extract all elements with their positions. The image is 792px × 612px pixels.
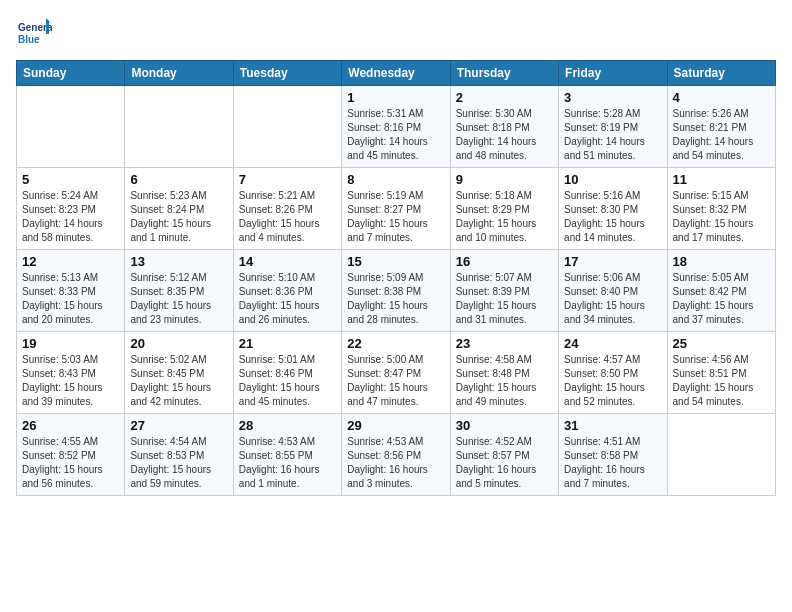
- calendar-cell: 1Sunrise: 5:31 AMSunset: 8:16 PMDaylight…: [342, 86, 450, 168]
- col-header-sunday: Sunday: [17, 61, 125, 86]
- calendar-cell: 10Sunrise: 5:16 AMSunset: 8:30 PMDayligh…: [559, 168, 667, 250]
- day-number: 30: [456, 418, 553, 433]
- day-number: 16: [456, 254, 553, 269]
- logo: General Blue: [16, 16, 52, 52]
- calendar-cell: 31Sunrise: 4:51 AMSunset: 8:58 PMDayligh…: [559, 414, 667, 496]
- day-number: 6: [130, 172, 227, 187]
- day-info: Sunrise: 5:09 AMSunset: 8:38 PMDaylight:…: [347, 271, 444, 327]
- calendar-cell: 17Sunrise: 5:06 AMSunset: 8:40 PMDayligh…: [559, 250, 667, 332]
- day-number: 1: [347, 90, 444, 105]
- calendar-cell: 5Sunrise: 5:24 AMSunset: 8:23 PMDaylight…: [17, 168, 125, 250]
- day-info: Sunrise: 5:12 AMSunset: 8:35 PMDaylight:…: [130, 271, 227, 327]
- day-number: 10: [564, 172, 661, 187]
- col-header-monday: Monday: [125, 61, 233, 86]
- day-number: 23: [456, 336, 553, 351]
- day-number: 19: [22, 336, 119, 351]
- week-row-2: 5Sunrise: 5:24 AMSunset: 8:23 PMDaylight…: [17, 168, 776, 250]
- day-number: 2: [456, 90, 553, 105]
- calendar-cell: 25Sunrise: 4:56 AMSunset: 8:51 PMDayligh…: [667, 332, 775, 414]
- week-row-3: 12Sunrise: 5:13 AMSunset: 8:33 PMDayligh…: [17, 250, 776, 332]
- day-info: Sunrise: 4:57 AMSunset: 8:50 PMDaylight:…: [564, 353, 661, 409]
- day-info: Sunrise: 5:26 AMSunset: 8:21 PMDaylight:…: [673, 107, 770, 163]
- day-number: 8: [347, 172, 444, 187]
- day-number: 11: [673, 172, 770, 187]
- day-number: 27: [130, 418, 227, 433]
- calendar-cell: 7Sunrise: 5:21 AMSunset: 8:26 PMDaylight…: [233, 168, 341, 250]
- calendar-table: SundayMondayTuesdayWednesdayThursdayFrid…: [16, 60, 776, 496]
- day-number: 25: [673, 336, 770, 351]
- day-number: 14: [239, 254, 336, 269]
- calendar-cell: [667, 414, 775, 496]
- day-info: Sunrise: 4:53 AMSunset: 8:55 PMDaylight:…: [239, 435, 336, 491]
- calendar-cell: [233, 86, 341, 168]
- calendar-cell: 19Sunrise: 5:03 AMSunset: 8:43 PMDayligh…: [17, 332, 125, 414]
- day-info: Sunrise: 5:00 AMSunset: 8:47 PMDaylight:…: [347, 353, 444, 409]
- calendar-cell: 8Sunrise: 5:19 AMSunset: 8:27 PMDaylight…: [342, 168, 450, 250]
- day-info: Sunrise: 5:03 AMSunset: 8:43 PMDaylight:…: [22, 353, 119, 409]
- day-number: 12: [22, 254, 119, 269]
- day-info: Sunrise: 5:28 AMSunset: 8:19 PMDaylight:…: [564, 107, 661, 163]
- calendar-cell: 3Sunrise: 5:28 AMSunset: 8:19 PMDaylight…: [559, 86, 667, 168]
- day-number: 31: [564, 418, 661, 433]
- calendar-cell: 9Sunrise: 5:18 AMSunset: 8:29 PMDaylight…: [450, 168, 558, 250]
- week-row-4: 19Sunrise: 5:03 AMSunset: 8:43 PMDayligh…: [17, 332, 776, 414]
- day-info: Sunrise: 4:56 AMSunset: 8:51 PMDaylight:…: [673, 353, 770, 409]
- calendar-cell: 13Sunrise: 5:12 AMSunset: 8:35 PMDayligh…: [125, 250, 233, 332]
- header-row: SundayMondayTuesdayWednesdayThursdayFrid…: [17, 61, 776, 86]
- col-header-thursday: Thursday: [450, 61, 558, 86]
- calendar-cell: 26Sunrise: 4:55 AMSunset: 8:52 PMDayligh…: [17, 414, 125, 496]
- day-number: 21: [239, 336, 336, 351]
- calendar-cell: [125, 86, 233, 168]
- day-number: 4: [673, 90, 770, 105]
- col-header-saturday: Saturday: [667, 61, 775, 86]
- day-number: 20: [130, 336, 227, 351]
- day-number: 29: [347, 418, 444, 433]
- week-row-5: 26Sunrise: 4:55 AMSunset: 8:52 PMDayligh…: [17, 414, 776, 496]
- day-number: 13: [130, 254, 227, 269]
- calendar-cell: 12Sunrise: 5:13 AMSunset: 8:33 PMDayligh…: [17, 250, 125, 332]
- day-info: Sunrise: 4:53 AMSunset: 8:56 PMDaylight:…: [347, 435, 444, 491]
- col-header-friday: Friday: [559, 61, 667, 86]
- calendar-cell: 4Sunrise: 5:26 AMSunset: 8:21 PMDaylight…: [667, 86, 775, 168]
- day-number: 26: [22, 418, 119, 433]
- col-header-tuesday: Tuesday: [233, 61, 341, 86]
- day-number: 17: [564, 254, 661, 269]
- day-number: 28: [239, 418, 336, 433]
- calendar-cell: 21Sunrise: 5:01 AMSunset: 8:46 PMDayligh…: [233, 332, 341, 414]
- col-header-wednesday: Wednesday: [342, 61, 450, 86]
- day-info: Sunrise: 5:15 AMSunset: 8:32 PMDaylight:…: [673, 189, 770, 245]
- calendar-cell: 27Sunrise: 4:54 AMSunset: 8:53 PMDayligh…: [125, 414, 233, 496]
- day-info: Sunrise: 5:16 AMSunset: 8:30 PMDaylight:…: [564, 189, 661, 245]
- calendar-cell: [17, 86, 125, 168]
- day-number: 3: [564, 90, 661, 105]
- calendar-cell: 29Sunrise: 4:53 AMSunset: 8:56 PMDayligh…: [342, 414, 450, 496]
- day-number: 9: [456, 172, 553, 187]
- page-header: General Blue: [16, 16, 776, 52]
- calendar-cell: 15Sunrise: 5:09 AMSunset: 8:38 PMDayligh…: [342, 250, 450, 332]
- calendar-cell: 30Sunrise: 4:52 AMSunset: 8:57 PMDayligh…: [450, 414, 558, 496]
- calendar-cell: 24Sunrise: 4:57 AMSunset: 8:50 PMDayligh…: [559, 332, 667, 414]
- day-info: Sunrise: 5:06 AMSunset: 8:40 PMDaylight:…: [564, 271, 661, 327]
- day-info: Sunrise: 5:21 AMSunset: 8:26 PMDaylight:…: [239, 189, 336, 245]
- day-number: 18: [673, 254, 770, 269]
- week-row-1: 1Sunrise: 5:31 AMSunset: 8:16 PMDaylight…: [17, 86, 776, 168]
- day-info: Sunrise: 4:52 AMSunset: 8:57 PMDaylight:…: [456, 435, 553, 491]
- day-info: Sunrise: 5:30 AMSunset: 8:18 PMDaylight:…: [456, 107, 553, 163]
- day-number: 15: [347, 254, 444, 269]
- calendar-cell: 23Sunrise: 4:58 AMSunset: 8:48 PMDayligh…: [450, 332, 558, 414]
- day-info: Sunrise: 5:07 AMSunset: 8:39 PMDaylight:…: [456, 271, 553, 327]
- day-info: Sunrise: 5:23 AMSunset: 8:24 PMDaylight:…: [130, 189, 227, 245]
- day-info: Sunrise: 5:05 AMSunset: 8:42 PMDaylight:…: [673, 271, 770, 327]
- day-number: 7: [239, 172, 336, 187]
- logo-svg: General Blue: [16, 16, 52, 52]
- day-info: Sunrise: 5:02 AMSunset: 8:45 PMDaylight:…: [130, 353, 227, 409]
- calendar-cell: 16Sunrise: 5:07 AMSunset: 8:39 PMDayligh…: [450, 250, 558, 332]
- day-info: Sunrise: 5:24 AMSunset: 8:23 PMDaylight:…: [22, 189, 119, 245]
- day-info: Sunrise: 4:55 AMSunset: 8:52 PMDaylight:…: [22, 435, 119, 491]
- calendar-cell: 2Sunrise: 5:30 AMSunset: 8:18 PMDaylight…: [450, 86, 558, 168]
- calendar-cell: 22Sunrise: 5:00 AMSunset: 8:47 PMDayligh…: [342, 332, 450, 414]
- calendar-cell: 20Sunrise: 5:02 AMSunset: 8:45 PMDayligh…: [125, 332, 233, 414]
- calendar-cell: 6Sunrise: 5:23 AMSunset: 8:24 PMDaylight…: [125, 168, 233, 250]
- calendar-cell: 11Sunrise: 5:15 AMSunset: 8:32 PMDayligh…: [667, 168, 775, 250]
- day-info: Sunrise: 5:10 AMSunset: 8:36 PMDaylight:…: [239, 271, 336, 327]
